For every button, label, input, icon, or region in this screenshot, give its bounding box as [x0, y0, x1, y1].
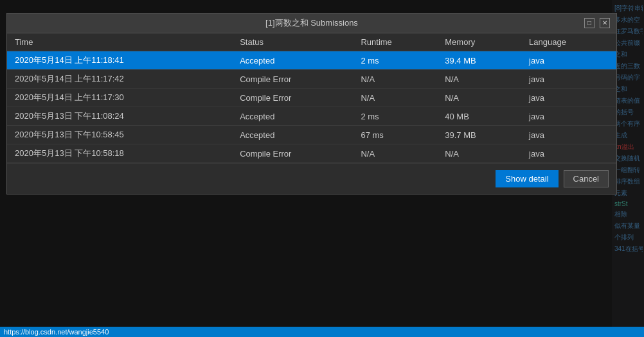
cell-time: 2020年5月14日 上午11:18:41 [7, 51, 232, 70]
cell-language: java [521, 107, 616, 126]
table-row[interactable]: 2020年5月13日 下午10:58:18Compile ErrorN/AN/A… [7, 144, 616, 163]
cell-status: Accepted [232, 51, 353, 70]
cell-language: java [521, 144, 616, 163]
cell-runtime: 67 ms [353, 126, 437, 144]
cell-status: Accepted [232, 107, 353, 126]
submissions-table: Time Status Runtime Memory Language 2020… [7, 33, 616, 163]
cell-language: java [521, 89, 616, 107]
cell-time: 2020年5月13日 下午10:58:18 [7, 144, 232, 163]
cell-runtime: N/A [353, 89, 437, 107]
table-row[interactable]: 2020年5月13日 下午10:58:45Accepted67 ms39.7 M… [7, 126, 616, 144]
cell-memory: 39.4 MB [437, 51, 521, 70]
cell-time: 2020年5月14日 上午11:17:42 [7, 70, 232, 89]
minimize-button[interactable]: □ [584, 18, 595, 28]
cell-memory: N/A [437, 70, 521, 89]
cell-language: java [521, 51, 616, 70]
cell-status: Compile Error [232, 70, 353, 89]
cell-time: 2020年5月13日 下午10:58:45 [7, 126, 232, 144]
cell-time: 2020年5月13日 下午11:08:24 [7, 107, 232, 126]
col-status: Status [232, 33, 353, 51]
cell-status: Compile Error [232, 89, 353, 107]
cell-memory: N/A [437, 144, 521, 163]
dialog-footer: Show detail Cancel [7, 163, 616, 194]
table-row[interactable]: 2020年5月13日 下午11:08:24Accepted2 ms40 MBja… [7, 107, 616, 126]
cancel-button[interactable]: Cancel [564, 170, 609, 187]
url-bar: https://blog.csdn.net/wangjie5540 [0, 327, 644, 337]
cell-status: Accepted [232, 126, 353, 144]
cell-memory: 40 MB [437, 107, 521, 126]
dialog-controls: □ ✕ [584, 18, 610, 28]
cell-memory: 39.7 MB [437, 126, 521, 144]
table-body: 2020年5月14日 上午11:18:41Accepted2 ms39.4 MB… [7, 51, 616, 163]
cell-runtime: 2 ms [353, 107, 437, 126]
col-language: Language [521, 33, 616, 51]
table-header: Time Status Runtime Memory Language [7, 33, 616, 51]
submissions-table-container: Time Status Runtime Memory Language 2020… [7, 33, 616, 163]
cell-time: 2020年5月14日 上午11:17:30 [7, 89, 232, 107]
col-runtime: Runtime [353, 33, 437, 51]
cell-runtime: 2 ms [353, 51, 437, 70]
cell-language: java [521, 70, 616, 89]
table-row[interactable]: 2020年5月14日 上午11:17:42Compile ErrorN/AN/A… [7, 70, 616, 89]
dialog-title: [1]两数之和 Submissions [39, 17, 584, 29]
cell-language: java [521, 126, 616, 144]
table-header-row: Time Status Runtime Memory Language [7, 33, 616, 51]
show-detail-button[interactable]: Show detail [496, 170, 558, 187]
col-memory: Memory [437, 33, 521, 51]
submissions-dialog: [1]两数之和 Submissions □ ✕ Time Status Runt… [6, 13, 617, 194]
table-row[interactable]: 2020年5月14日 上午11:17:30Compile ErrorN/AN/A… [7, 89, 616, 107]
table-row[interactable]: 2020年5月14日 上午11:18:41Accepted2 ms39.4 MB… [7, 51, 616, 70]
cell-runtime: N/A [353, 70, 437, 89]
dialog-titlebar: [1]两数之和 Submissions □ ✕ [7, 13, 616, 33]
close-button[interactable]: ✕ [600, 18, 610, 28]
cell-runtime: N/A [353, 144, 437, 163]
col-time: Time [7, 33, 232, 51]
cell-status: Compile Error [232, 144, 353, 163]
cell-memory: N/A [437, 89, 521, 107]
